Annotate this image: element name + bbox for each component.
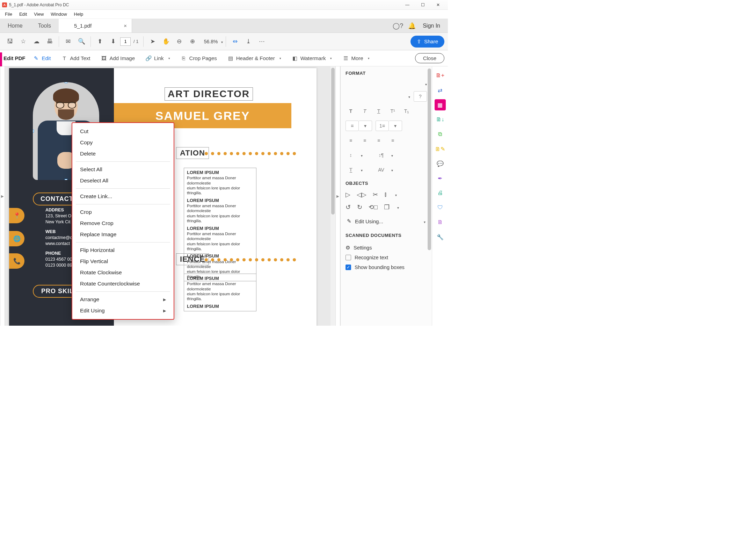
close-edit-button[interactable]: Close <box>415 53 444 63</box>
number-list-icon[interactable]: 1≡ <box>376 121 389 131</box>
menu-window[interactable]: Window <box>47 11 70 17</box>
context-rotate-ccw[interactable]: Rotate Counterclockwise <box>72 278 174 289</box>
align-right-icon[interactable]: ≡ <box>373 135 384 146</box>
rail-export-icon[interactable]: 🗎↓ <box>435 114 446 125</box>
flip-horizontal-icon[interactable]: ▷ <box>346 191 350 198</box>
rail-combine-icon[interactable]: ⇄ <box>435 85 446 96</box>
menu-help[interactable]: Help <box>71 11 87 17</box>
overflow-icon[interactable]: ⋯ <box>255 35 268 48</box>
char-spacing-caret[interactable] <box>390 167 393 173</box>
right-panel-toggle[interactable]: ▶ <box>335 66 340 326</box>
rail-organize-icon[interactable]: ⧉ <box>435 129 446 140</box>
italic-icon[interactable]: T <box>359 106 370 116</box>
text-color-caret[interactable] <box>359 167 363 173</box>
tools-tab[interactable]: Tools <box>30 19 59 32</box>
menu-file[interactable]: File <box>1 11 16 17</box>
job-title[interactable]: ART DIRECTOR <box>165 87 253 101</box>
sign-in-button[interactable]: Sign In <box>420 23 443 29</box>
bullet-list-caret[interactable]: ▾ <box>359 121 372 131</box>
star-icon[interactable]: ☆ <box>17 35 29 48</box>
underline-icon[interactable]: T <box>373 106 384 116</box>
maximize-button[interactable]: ☐ <box>415 0 430 10</box>
home-tab[interactable]: Home <box>0 19 30 32</box>
arrange-icon[interactable]: ❐ <box>384 203 390 211</box>
add-image-button[interactable]: 🖼 Add Image <box>98 54 138 63</box>
help-icon[interactable]: ◯? <box>392 20 404 32</box>
char-spacing-icon[interactable]: AV <box>376 165 386 175</box>
header-footer-button[interactable]: ▤ Header & Footer <box>225 54 284 63</box>
context-cut[interactable]: Cut <box>72 126 174 137</box>
page-up-icon[interactable]: ⬆ <box>94 35 106 48</box>
align-justify-icon[interactable]: ≡ <box>387 135 398 146</box>
bell-icon[interactable]: 🔔 <box>406 20 418 32</box>
context-edit-using[interactable]: Edit Using ▶ <box>72 305 174 316</box>
flip-vertical-icon[interactable]: ◁▷ <box>357 191 366 198</box>
line-spacing-caret[interactable] <box>359 152 363 158</box>
page-number-input[interactable] <box>120 37 131 46</box>
close-tab-icon[interactable]: × <box>117 23 127 29</box>
print-icon[interactable]: 🖶 <box>43 35 56 48</box>
rotate-cw-icon[interactable]: ↻ <box>357 203 362 211</box>
crop-object-icon[interactable]: ✂ <box>373 191 378 198</box>
align-center-icon[interactable]: ≡ <box>359 135 370 146</box>
zoom-value[interactable]: 56.8% <box>199 39 219 44</box>
education-heading[interactable]: ATION <box>176 147 209 159</box>
recognize-text-checkbox[interactable]: Recognize text <box>346 253 427 262</box>
context-delete[interactable]: Delete <box>72 148 174 159</box>
page-down-icon[interactable]: ⬇ <box>107 35 119 48</box>
rail-create-pdf-icon[interactable]: 🗎+ <box>435 70 446 81</box>
context-select-all[interactable]: Select All <box>72 164 174 175</box>
rail-scan-icon[interactable]: 🖨 <box>435 187 446 198</box>
experience-entry[interactable]: LOREM IPSUM Porttitor amet massa Doner d… <box>184 274 256 311</box>
experience-heading[interactable]: IENCE <box>176 253 209 265</box>
replace-image-icon[interactable]: ⟲□ <box>369 203 378 211</box>
font-size-input[interactable] <box>407 93 410 100</box>
edit-tool-button[interactable]: ✎ Edit <box>30 54 54 63</box>
menu-edit[interactable]: Edit <box>16 11 30 17</box>
left-panel-toggle[interactable]: ▶ <box>0 66 5 326</box>
rail-edit-pdf-icon[interactable]: ▦ <box>435 99 446 110</box>
rail-send-comments-icon[interactable]: 🗎✎ <box>435 143 446 154</box>
rail-protect-icon[interactable]: 🛡 <box>435 202 446 213</box>
rail-more-tools-icon[interactable]: 🗎 <box>435 217 446 228</box>
canvas-scrollbar[interactable] <box>330 66 335 326</box>
bullet-list-icon[interactable]: ≡ <box>346 121 359 131</box>
context-crop[interactable]: Crop <box>72 207 174 218</box>
add-text-button[interactable]: T Add Text <box>58 54 93 63</box>
mail-icon[interactable]: ✉ <box>62 35 74 48</box>
align-left-icon[interactable]: ≡ <box>346 135 356 146</box>
context-replace-image[interactable]: Replace Image <box>72 229 174 240</box>
rail-comment-icon[interactable]: 💬 <box>435 158 446 169</box>
cloud-upload-icon[interactable]: ☁ <box>30 35 43 48</box>
context-flip-horizontal[interactable]: Flip Horizontal <box>72 245 174 256</box>
font-face-dropdown[interactable] <box>424 81 427 87</box>
line-spacing-icon[interactable]: ↕ <box>346 150 356 160</box>
save-icon[interactable]: 🖫 <box>3 35 16 48</box>
share-button[interactable]: ⇪ Share <box>410 36 444 48</box>
select-tool-icon[interactable]: ➤ <box>146 35 159 48</box>
paragraph-spacing-icon[interactable]: ↕¶ <box>376 150 386 160</box>
phone-block[interactable]: PHONE 0123 4567 00 0123 0000 89 <box>45 251 72 268</box>
rail-wrench-icon[interactable]: 🔧 <box>435 231 446 243</box>
align-caret[interactable] <box>394 191 397 198</box>
context-deselect-all[interactable]: Deselect All <box>72 175 174 186</box>
settings-button[interactable]: ⚙ Settings <box>346 243 427 253</box>
fit-width-icon[interactable]: ⇔ <box>229 35 241 48</box>
document-tab[interactable]: 5_1.pdf × <box>59 19 132 32</box>
rotate-ccw-icon[interactable]: ↺ <box>346 203 351 211</box>
search-icon[interactable]: 🔍 <box>75 35 88 48</box>
context-copy[interactable]: Copy <box>72 137 174 148</box>
context-remove-crop[interactable]: Remove Crop <box>72 218 174 229</box>
context-create-link[interactable]: Create Link... <box>72 191 174 202</box>
paragraph-spacing-caret[interactable] <box>390 152 393 158</box>
edit-using-dropdown[interactable]: ✎ Edit Using... <box>346 216 427 226</box>
minimize-button[interactable]: — <box>400 0 415 10</box>
menu-view[interactable]: View <box>30 11 47 17</box>
bold-icon[interactable]: T <box>346 106 356 116</box>
panel-scrollbar[interactable] <box>428 68 431 324</box>
show-bounding-checkbox[interactable]: ✓ Show bounding boxes <box>346 262 427 272</box>
web-block[interactable]: WEB contactme@c www.contact <box>45 229 72 247</box>
align-objects-icon[interactable]: ⫿ <box>384 191 387 198</box>
context-flip-vertical[interactable]: Flip Vertical <box>72 256 174 267</box>
arrange-caret[interactable] <box>396 203 399 211</box>
